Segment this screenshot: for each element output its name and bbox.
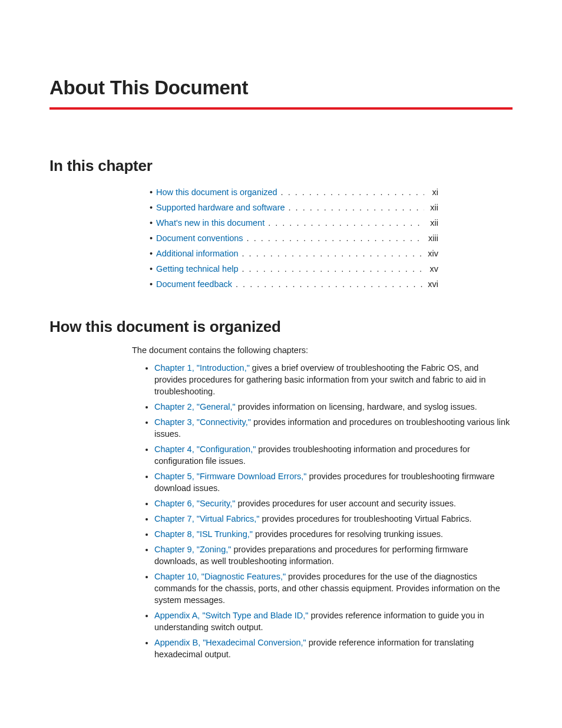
chapter-link[interactable]: Chapter 6, "Security," <box>154 499 235 508</box>
toc-leader-dots: . . . . . . . . . . . . . . . . . . . . … <box>277 185 424 200</box>
chapter-list-item: Chapter 4, "Configuration," provides tro… <box>154 443 513 467</box>
chapter-description: provides procedures for resolving trunki… <box>253 529 443 539</box>
chapter-link[interactable]: Chapter 5, "Firmware Download Errors," <box>154 472 307 481</box>
toc-row: •How this document is organized . . . . … <box>150 185 438 200</box>
document-page: About This Document In this chapter •How… <box>0 0 562 699</box>
toc-page-number: xi <box>424 185 438 200</box>
chapter-link[interactable]: Chapter 7, "Virtual Fabrics," <box>154 514 259 523</box>
bullet-icon: • <box>150 200 153 215</box>
toc-leader-dots: . . . . . . . . . . . . . . . . . . . . … <box>232 276 424 292</box>
toc-row: •Getting technical help . . . . . . . . … <box>150 261 438 276</box>
bullet-icon: • <box>150 246 153 261</box>
chapter-list-item: Chapter 10, "Diagnostic Features," provi… <box>154 571 513 606</box>
bullet-icon: • <box>150 276 153 292</box>
toc-leader-dots: . . . . . . . . . . . . . . . . . . . . … <box>239 246 424 261</box>
bullet-icon: • <box>150 215 153 230</box>
toc-link[interactable]: Additional information <box>156 246 238 261</box>
chapter-description: provides procedures for troubleshooting … <box>259 514 471 523</box>
bullet-icon: • <box>150 185 153 200</box>
chapter-list-item: Appendix A, "Switch Type and Blade ID," … <box>154 610 513 633</box>
page-title: About This Document <box>49 77 513 99</box>
toc-leader-dots: . . . . . . . . . . . . . . . . . . . . … <box>239 261 424 276</box>
chapter-link[interactable]: Chapter 2, "General," <box>154 402 236 411</box>
chapter-link[interactable]: Chapter 4, "Configuration," <box>154 444 256 454</box>
section-heading-how-organized: How this document is organized <box>49 318 513 336</box>
toc-page-number: xii <box>424 215 438 230</box>
chapter-list-item: Chapter 2, "General," provides informati… <box>154 401 513 413</box>
toc-page-number: xv <box>424 261 438 276</box>
toc-row: •Additional information . . . . . . . . … <box>150 246 438 261</box>
toc-leader-dots: . . . . . . . . . . . . . . . . . . . . … <box>285 200 424 215</box>
chapter-link[interactable]: Appendix A, "Switch Type and Blade ID," <box>154 611 309 620</box>
toc-page-number: xii <box>424 200 438 215</box>
toc-row: •Document feedback . . . . . . . . . . .… <box>150 276 438 292</box>
table-of-contents: •How this document is organized . . . . … <box>150 185 513 292</box>
chapter-link[interactable]: Chapter 1, "Introduction," <box>154 363 250 373</box>
toc-leader-dots: . . . . . . . . . . . . . . . . . . . . … <box>243 230 424 246</box>
toc-link[interactable]: What's new in this document <box>156 215 265 230</box>
toc-page-number: xiii <box>424 230 438 246</box>
toc-link[interactable]: Document feedback <box>156 276 232 292</box>
bullet-icon: • <box>150 230 153 246</box>
chapter-list-item: Chapter 1, "Introduction," gives a brief… <box>154 362 513 397</box>
chapter-link[interactable]: Appendix B, "Hexadecimal Conversion," <box>154 638 306 647</box>
chapter-description: provides procedures for user account and… <box>235 499 456 508</box>
chapter-link[interactable]: Chapter 9, "Zoning," <box>154 545 231 554</box>
chapter-list-item: Chapter 9, "Zoning," provides preparatio… <box>154 543 513 567</box>
horizontal-rule <box>49 107 513 110</box>
toc-page-number: xvi <box>424 276 438 292</box>
chapter-list: Chapter 1, "Introduction," gives a brief… <box>144 362 513 660</box>
chapter-list-item: Appendix B, "Hexadecimal Conversion," pr… <box>154 637 513 660</box>
toc-row: •Document conventions . . . . . . . . . … <box>150 230 438 246</box>
chapter-list-item: Chapter 7, "Virtual Fabrics," provides p… <box>154 513 513 525</box>
section-heading-in-this-chapter: In this chapter <box>49 157 513 175</box>
toc-page-number: xiv <box>424 246 438 261</box>
chapter-link[interactable]: Chapter 10, "Diagnostic Features," <box>154 572 286 581</box>
toc-link[interactable]: Document conventions <box>156 230 243 246</box>
toc-link[interactable]: Supported hardware and software <box>156 200 285 215</box>
chapter-list-item: Chapter 5, "Firmware Download Errors," p… <box>154 470 513 494</box>
toc-row: •Supported hardware and software . . . .… <box>150 200 438 215</box>
chapter-list-item: Chapter 8, "ISL Trunking," provides proc… <box>154 528 513 540</box>
chapter-list-item: Chapter 3, "Connectivity," provides info… <box>154 416 513 440</box>
chapter-description: provides information on licensing, hardw… <box>236 402 477 411</box>
toc-leader-dots: . . . . . . . . . . . . . . . . . . . . … <box>265 215 424 230</box>
toc-link[interactable]: How this document is organized <box>156 185 277 200</box>
toc-row: •What's new in this document . . . . . .… <box>150 215 438 230</box>
chapter-list-item: Chapter 6, "Security," provides procedur… <box>154 498 513 509</box>
chapter-link[interactable]: Chapter 8, "ISL Trunking," <box>154 529 253 539</box>
chapter-link[interactable]: Chapter 3, "Connectivity," <box>154 417 251 427</box>
bullet-icon: • <box>150 261 153 276</box>
intro-text: The document contains the following chap… <box>132 345 513 355</box>
toc-link[interactable]: Getting technical help <box>156 261 238 276</box>
